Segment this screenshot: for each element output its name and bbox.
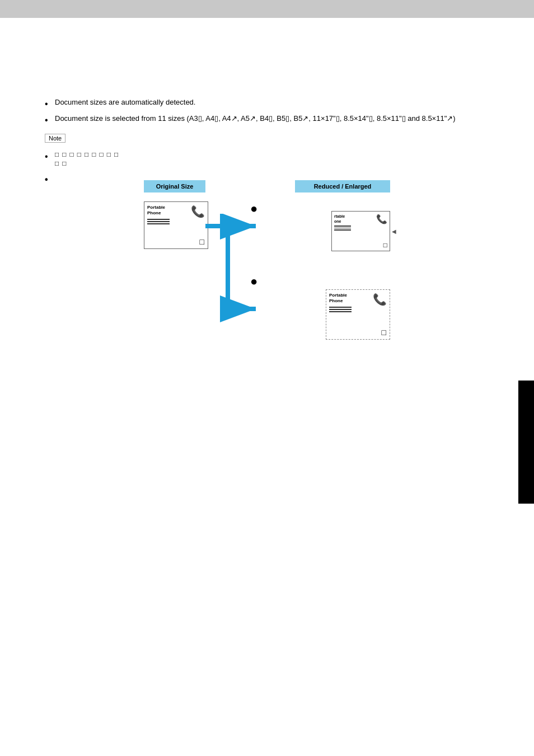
sym-a5: □ bbox=[77, 149, 81, 160]
label-original: Original Size bbox=[144, 180, 205, 192]
sym-b4: □ bbox=[85, 149, 88, 160]
e-line-2 bbox=[329, 309, 352, 310]
sym-8511-1: □ bbox=[55, 158, 59, 169]
sym-a4-2: □ bbox=[70, 149, 74, 160]
bullet-item-2: Document size is selected from 11 sizes … bbox=[45, 113, 489, 125]
enlarged-card-inner: PortablePhone 📞 bbox=[329, 293, 387, 312]
bullet-bottom: ● bbox=[250, 274, 257, 289]
line-2 bbox=[147, 221, 170, 222]
reduced-card-inner: rtableone 📞 bbox=[334, 214, 387, 231]
flow-arrows bbox=[205, 214, 317, 348]
r-line-2 bbox=[334, 228, 351, 229]
line-3 bbox=[147, 223, 170, 224]
enlarged-card: PortablePhone 📞 □ bbox=[326, 289, 390, 340]
e-line-3 bbox=[329, 311, 352, 312]
note-box: Note bbox=[45, 134, 65, 143]
e-line-1 bbox=[329, 307, 352, 308]
para-3 bbox=[45, 65, 489, 77]
note-label: Note bbox=[49, 135, 62, 142]
note-bullet-list: □ □ □ □ □ □ □ □ □ □ □ bbox=[45, 149, 489, 169]
reduced-title: rtableone bbox=[334, 214, 351, 224]
small-left-arrow: ◀ bbox=[392, 228, 396, 234]
note-bullet-1: □ □ □ □ □ □ □ □ □ □ □ bbox=[45, 149, 489, 169]
header-bar bbox=[0, 0, 534, 18]
bullet-2-text: Document size is selected from 11 sizes … bbox=[55, 113, 489, 125]
reduced-card-text: rtableone bbox=[334, 214, 351, 231]
main-bullet-list: Document sizes are automatically detecte… bbox=[45, 97, 489, 125]
sym-8511-2: □ bbox=[62, 158, 66, 169]
diagram: Original Size Reduced / Enlarged Portabl… bbox=[138, 180, 396, 382]
sym-b5-2: □ bbox=[100, 149, 104, 160]
enlarged-title: PortablePhone bbox=[329, 293, 352, 304]
bullet-1-text: Document sizes are automatically detecte… bbox=[55, 97, 489, 109]
bullet-top: ● bbox=[250, 201, 257, 216]
reduced-phone-icon: 📞 bbox=[376, 214, 387, 224]
enlarged-lines bbox=[329, 307, 352, 312]
enlarged-card-text: PortablePhone bbox=[329, 293, 352, 312]
para-1 bbox=[45, 32, 489, 44]
enlarged-phone-icon: 📞 bbox=[373, 293, 387, 306]
sym-8514: □ bbox=[114, 149, 118, 160]
size-symbols-row: □ □ □ □ □ □ □ □ □ bbox=[55, 149, 489, 157]
page-container: Document sizes are automatically detecte… bbox=[0, 0, 534, 756]
para-4 bbox=[45, 81, 489, 92]
size-row-2: □ □ bbox=[55, 158, 489, 169]
enlarged-bottom-icon: □ bbox=[382, 328, 386, 337]
right-tab bbox=[518, 381, 534, 504]
bullet-item-1: Document sizes are automatically detecte… bbox=[45, 97, 489, 109]
original-lines bbox=[147, 219, 170, 224]
line-1 bbox=[147, 219, 170, 220]
sym-11x17: □ bbox=[107, 149, 111, 160]
reduced-card: rtableone 📞 □ ◀ bbox=[331, 211, 390, 251]
para-2 bbox=[45, 49, 489, 60]
content-area: Document sizes are automatically detecte… bbox=[0, 27, 534, 393]
original-phone-icon: 📞 bbox=[191, 205, 205, 218]
r-line-1 bbox=[334, 226, 351, 227]
label-reduced-enlarged: Reduced / Enlarged bbox=[295, 180, 390, 192]
sym-b5-1: □ bbox=[92, 149, 96, 160]
original-title: PortablePhone bbox=[147, 205, 170, 217]
r-line-3 bbox=[334, 229, 351, 231]
original-card-text: PortablePhone bbox=[147, 205, 170, 224]
reduced-lines bbox=[334, 226, 351, 231]
reduced-bottom-icon: □ bbox=[383, 241, 387, 249]
original-card: PortablePhone 📞 □ bbox=[144, 201, 208, 249]
original-card-bottom-icon: □ bbox=[200, 237, 204, 246]
original-card-inner: PortablePhone 📞 bbox=[147, 205, 205, 224]
